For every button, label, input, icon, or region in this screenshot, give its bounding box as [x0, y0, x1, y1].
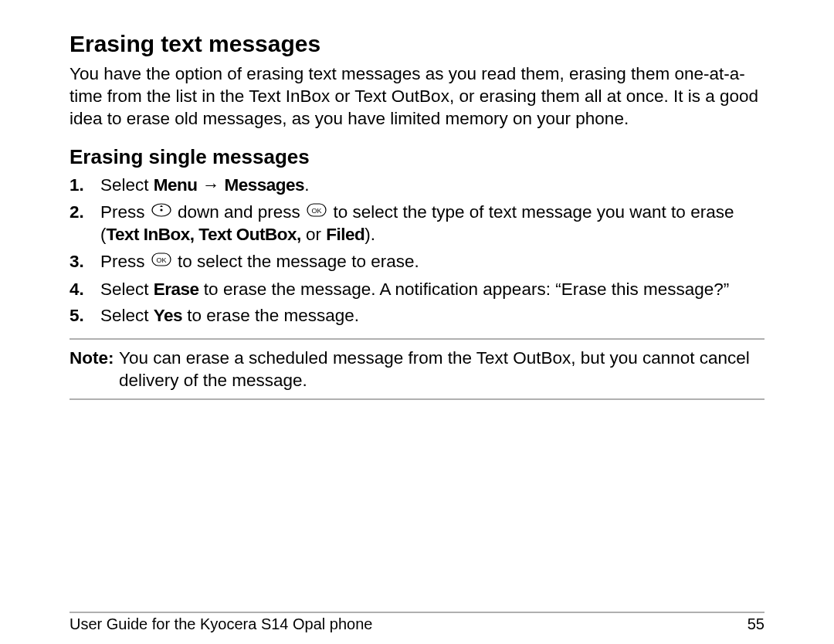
note-label: Note:: [70, 347, 114, 370]
rule-below-note: [70, 398, 764, 400]
ok-key-icon: OK: [307, 201, 327, 223]
step-1-arrow: →: [198, 175, 225, 195]
step-5-text-a: Select: [100, 306, 154, 325]
svg-text:OK: OK: [156, 256, 166, 264]
nav-key-icon: [151, 201, 171, 223]
step-3-text-b: to select the message to erase.: [173, 252, 419, 271]
step-2-text-a: Press: [100, 202, 150, 222]
intro-paragraph: You have the option of erasing text mess…: [70, 63, 764, 130]
steps-list: Select Menu → Messages. Press down and p…: [70, 175, 764, 327]
step-3: Press OK to select the message to erase.: [70, 251, 764, 273]
step-2: Press down and press OK to select the ty…: [70, 202, 764, 246]
rule-above-note: [70, 338, 764, 340]
step-5-yes: Yes: [154, 306, 182, 325]
note-paragraph: Note: You can erase a scheduled message …: [70, 347, 764, 392]
step-1-messages: Messages: [225, 175, 305, 195]
svg-text:OK: OK: [312, 207, 322, 215]
svg-point-1: [160, 208, 162, 211]
step-5-text-c: to erase the message.: [182, 306, 359, 325]
step-1-period: .: [304, 175, 309, 195]
heading-erasing-text-messages: Erasing text messages: [70, 29, 764, 59]
heading-erasing-single-messages: Erasing single messages: [70, 144, 764, 170]
step-4-erase: Erase: [154, 280, 199, 299]
step-3-text-a: Press: [100, 252, 150, 271]
footer-rule: [70, 612, 764, 613]
step-2-text-e: or: [301, 225, 327, 244]
step-4-text-c: to erase the message. A notification app…: [199, 280, 730, 299]
step-4: Select Erase to erase the message. A not…: [70, 279, 764, 301]
step-2-text-g: ).: [364, 225, 375, 244]
step-2-bold-f: Filed: [326, 225, 364, 244]
step-4-text-a: Select: [100, 280, 154, 299]
note-body: You can erase a scheduled message from t…: [119, 348, 750, 390]
step-5: Select Yes to erase the message.: [70, 305, 764, 327]
footer-title: User Guide for the Kyocera S14 Opal phon…: [70, 615, 372, 635]
step-1-text-a: Select: [100, 175, 154, 195]
ok-key-icon: OK: [151, 250, 171, 273]
page-footer: User Guide for the Kyocera S14 Opal phon…: [70, 615, 764, 635]
step-1: Select Menu → Messages.: [70, 175, 764, 197]
step-2-bold-d: Text InBox, Text OutBox,: [107, 225, 301, 244]
step-2-text-b: down and press: [173, 202, 305, 222]
step-1-menu: Menu: [154, 175, 198, 195]
page-number: 55: [748, 615, 764, 635]
